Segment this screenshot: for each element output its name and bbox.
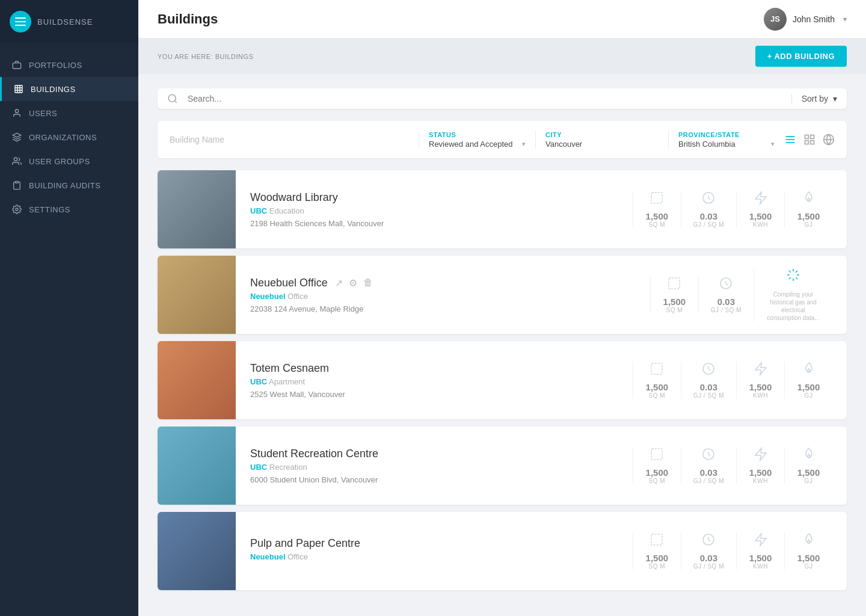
stat-area: 1,500 SQ M [633, 447, 681, 484]
gj-value: 1,500 [797, 553, 820, 563]
delete-icon[interactable]: 🗑 [363, 277, 373, 289]
gj-value: 1,500 [797, 211, 820, 221]
building-image-pulp [158, 512, 236, 590]
building-address: 6000 Student Union Blvd, Vancouver [250, 475, 604, 484]
sidebar-item-buildings[interactable]: Buildings [0, 77, 138, 101]
add-building-button[interactable]: + ADD BUILDING [755, 46, 847, 67]
building-card-pulp[interactable]: Pulp and Paper Centre Neuebuel Office 1,… [158, 512, 847, 590]
kwh-unit: KWH [753, 478, 768, 484]
search-input[interactable] [188, 94, 782, 103]
sort-by-chevron-icon: ▾ [833, 94, 837, 103]
search-sort-row: Sort by ▾ [158, 88, 847, 109]
svg-rect-15 [805, 141, 809, 144]
sidebar-item-settings[interactable]: Settings [0, 197, 138, 221]
intensity-value: 0.03 [700, 553, 717, 563]
building-action-icons: ↗ ⚙ 🗑 [335, 277, 373, 289]
stat-intensity: 0.03 GJ / SQ M [681, 362, 736, 399]
gj-value: 1,500 [797, 382, 820, 392]
org-name[interactable]: Neuebuel [250, 552, 286, 561]
flame-icon [802, 362, 816, 380]
stat-kwh: 1,500 KWH [736, 191, 784, 228]
filter-divider-3 [668, 131, 669, 149]
svg-rect-7 [15, 181, 18, 183]
list-view-icon[interactable] [784, 134, 796, 146]
user-menu[interactable]: JS John Smith ▾ [764, 8, 847, 31]
province-filter-select[interactable]: British Columbia [678, 140, 748, 149]
building-card-neuebuel[interactable]: Neuebuel Office ↗ ⚙ 🗑 Neuebuel Office 22… [158, 256, 847, 334]
main-content: Buildings JS John Smith ▾ YOU ARE HERE: … [138, 0, 866, 616]
map-view-icon[interactable] [823, 134, 835, 146]
intensity-icon [701, 362, 716, 380]
status-filter-select[interactable]: Reviewed and Accepted [429, 140, 526, 149]
building-org: UBC Apartment [250, 377, 604, 386]
stat-kwh: 1,500 KWH [736, 532, 784, 570]
svg-rect-0 [15, 17, 26, 19]
svg-rect-25 [651, 449, 662, 460]
org-name[interactable]: Neuebuel [250, 292, 286, 301]
building-name: Woodward Library [250, 191, 338, 204]
settings-icon[interactable]: ⚙ [349, 277, 357, 289]
svg-rect-4 [15, 85, 22, 93]
sidebar-item-organizations[interactable]: Organizations [0, 125, 138, 149]
page-title: Buildings [158, 11, 764, 27]
building-info-pulp: Pulp and Paper Centre Neuebuel Office [236, 526, 618, 576]
sidebar-item-building-audits[interactable]: Building Audits [0, 173, 138, 197]
area-unit: SQ M [649, 478, 666, 484]
sidebar-item-portfolios[interactable]: Portfolios [0, 53, 138, 77]
search-icon [167, 93, 178, 104]
intensity-icon [701, 447, 716, 465]
building-name-filter-placeholder: Building Name [170, 135, 409, 144]
sidebar-item-users[interactable]: Users [0, 101, 138, 125]
clipboard-icon [12, 180, 22, 190]
building-card-recreation[interactable]: Student Recreation Centre UBC Recreation… [158, 427, 847, 505]
building-card-woodward[interactable]: Woodward Library UBC Education 2198 Heal… [158, 170, 847, 248]
area-value: 1,500 [663, 297, 686, 307]
avatar: JS [764, 8, 787, 31]
stat-area: 1,500 SQ M [633, 362, 681, 399]
building-audits-label: Building Audits [29, 181, 100, 190]
svg-point-8 [16, 208, 18, 211]
sidebar-item-user-groups[interactable]: User Groups [0, 149, 138, 173]
intensity-value: 0.03 [717, 297, 735, 307]
org-name[interactable]: UBC [250, 377, 267, 386]
menu-icon[interactable] [10, 11, 31, 32]
province-chevron-icon: ▾ [771, 140, 775, 148]
filter-row: Building Name STATUS Reviewed and Accept… [158, 121, 847, 158]
electricity-icon [754, 532, 768, 550]
breadcrumb-bar: YOU ARE HERE: BUILDINGS + ADD BUILDING [138, 38, 866, 74]
stat-gj: 1,500 GJ [784, 362, 832, 399]
user-groups-label: User Groups [29, 157, 90, 166]
building-image-neuebuel [158, 256, 236, 334]
grid-view-icon[interactable] [803, 134, 815, 146]
org-name[interactable]: UBC [250, 463, 267, 472]
svg-point-5 [15, 109, 18, 112]
stat-intensity: 0.03 GJ / SQ M [698, 276, 754, 313]
organizations-label: Organizations [29, 133, 97, 142]
building-name: Student Recreation Centre [250, 448, 378, 460]
building-stats-woodward: 1,500 SQ M 0.03 GJ / SQ M 1,500 KWH [618, 191, 847, 228]
intensity-unit: GJ / SQ M [693, 221, 724, 228]
electricity-icon [754, 191, 768, 209]
area-unit: SQ M [666, 307, 683, 313]
compiling-text: Compiling your historical gas and electr… [766, 291, 820, 322]
org-type: Office [287, 292, 308, 301]
stat-intensity: 0.03 GJ / SQ M [681, 191, 736, 228]
kwh-unit: KWH [753, 563, 768, 570]
portfolios-label: Portfolios [29, 61, 82, 70]
user-menu-chevron-icon: ▾ [843, 15, 847, 23]
gear-icon [12, 205, 22, 214]
org-name[interactable]: UBC [250, 206, 267, 215]
area-icon [650, 191, 664, 209]
svg-rect-21 [669, 278, 680, 289]
share-icon[interactable]: ↗ [335, 277, 343, 289]
building-address: 2198 Health Sciences Mall, Vancouver [250, 219, 604, 228]
sort-by-dropdown[interactable]: Sort by ▾ [791, 94, 837, 103]
gj-unit: GJ [805, 478, 813, 484]
gj-unit: GJ [805, 563, 813, 570]
building-name: Pulp and Paper Centre [250, 537, 360, 550]
building-card-totem[interactable]: Totem Cesnaem UBC Apartment 2525 West Ma… [158, 341, 847, 419]
svg-point-9 [168, 94, 176, 102]
area-value: 1,500 [646, 211, 669, 221]
city-filter-input[interactable] [545, 140, 659, 149]
area-value: 1,500 [646, 553, 669, 563]
